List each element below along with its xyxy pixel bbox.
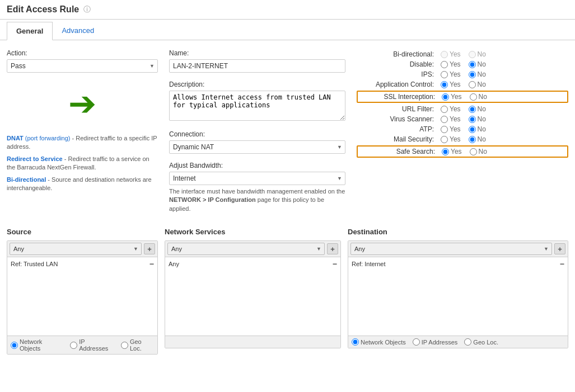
destination-geo-loc-radio[interactable] [464,338,471,346]
ssl-interception-no-radio[interactable] [470,93,477,101]
source-dropdown[interactable]: Any [10,243,142,255]
connection-select[interactable]: Dynamic NAT No NAT SNAT [169,140,345,154]
app-control-yes-option[interactable]: Yes [441,81,461,88]
disable-no-option[interactable]: No [469,60,486,68]
source-ip-addresses-option[interactable]: IP Addresses [70,338,114,352]
destination-add-button[interactable]: + [554,243,565,254]
destination-network-objects-option[interactable]: Network Objects [352,338,406,346]
network-services-panel: Network Services Any + Any − [165,228,341,355]
bidirectional-yes-option[interactable]: Yes [441,50,461,58]
name-label: Name: [169,49,345,57]
app-control-no-option[interactable]: No [469,81,486,88]
source-geo-loc-option[interactable]: Geo Loc. [121,338,154,352]
source-panel: Source Any + Ref: Trusted LAN − [7,228,158,355]
virus-scanner-no-radio[interactable] [469,116,476,123]
mail-security-no-radio[interactable] [469,136,476,143]
destination-geo-loc-option[interactable]: Geo Loc. [464,338,498,346]
virus-scanner-yes-option[interactable]: Yes [441,115,461,123]
page-title: Edit Access Rule [7,4,79,15]
description-group: Description: Allows Internet access from… [169,81,345,122]
destination-remove-button[interactable]: − [560,259,564,268]
network-services-title: Network Services [165,228,341,236]
ssl-interception-yes-option[interactable]: Yes [442,93,462,101]
atp-no-option[interactable]: No [469,125,486,133]
ssl-interception-yes-radio[interactable] [442,93,449,101]
source-add-button[interactable]: + [144,243,155,254]
ips-no-option[interactable]: No [469,70,486,78]
disable-yes-option[interactable]: Yes [441,60,461,68]
app-control-yes-radio[interactable] [441,81,448,88]
safe-search-no-option[interactable]: No [470,148,487,155]
bidirectional-yes-radio[interactable] [441,51,448,58]
source-network-objects-option[interactable]: Network Objects [11,338,63,352]
bidirectional-no-radio[interactable] [469,51,476,58]
destination-dropdown[interactable]: Any [350,243,552,255]
safe-search-label: Safe Search: [358,148,442,155]
mail-security-yes-option[interactable]: Yes [441,135,461,143]
source-box: Any + Ref: Trusted LAN − Network Objects [7,240,158,355]
action-column: Action: Pass Block Deny ➔ DNAT (port for… [7,49,158,221]
virus-scanner-row: Virus Scanner: Yes No [357,114,568,124]
safe-search-yes-option[interactable]: Yes [442,148,462,155]
netsvc-remove-button[interactable]: − [333,259,337,268]
netsvc-dropdown[interactable]: Any [167,243,325,255]
disable-no-radio[interactable] [469,61,476,68]
safe-search-no-radio[interactable] [470,148,477,155]
url-filter-yes-option[interactable]: Yes [441,105,461,113]
source-body: Ref: Trusted LAN − [7,257,157,336]
ssl-interception-no-option[interactable]: No [470,93,487,101]
action-label: Action: [7,49,158,57]
tab-advanced[interactable]: Advanced [53,22,103,40]
disable-row: Disable: Yes No [357,59,568,69]
mail-security-no-option[interactable]: No [469,135,486,143]
virus-scanner-no-option[interactable]: No [469,115,486,123]
bidirectional-row: Bi-directional: Yes No [357,49,568,59]
atp-yes-option[interactable]: Yes [441,125,461,133]
netsvc-add-button[interactable]: + [327,243,338,254]
destination-ip-addresses-radio[interactable] [413,338,420,346]
name-input[interactable] [169,59,345,73]
bidirectional-no-option[interactable]: No [469,50,486,58]
bandwidth-select[interactable]: Internet LAN None [169,172,345,185]
url-filter-no-radio[interactable] [469,106,476,113]
atp-no-radio[interactable] [469,126,476,133]
ips-yes-option[interactable]: Yes [441,70,461,78]
action-select-wrapper: Pass Block Deny [7,59,158,73]
source-ip-addresses-radio[interactable] [70,342,77,349]
disable-yes-radio[interactable] [441,61,448,68]
ips-row: IPS: Yes No [357,69,568,79]
ips-no-radio[interactable] [469,71,476,78]
ssl-interception-radio-group: Yes No [442,93,487,101]
url-filter-no-option[interactable]: No [469,105,486,113]
connection-group: Connection: Dynamic NAT No NAT SNAT [169,130,345,154]
destination-item-text: Ref: Internet [352,261,386,267]
action-select[interactable]: Pass Block Deny [7,59,158,73]
source-title: Source [7,228,158,236]
url-filter-yes-radio[interactable] [441,106,448,113]
description-input[interactable]: Allows Internet access from trusted LAN … [169,91,345,121]
disable-label: Disable: [357,60,441,68]
safe-search-yes-radio[interactable] [442,148,449,155]
safe-search-row: Safe Search: Yes No [357,145,568,158]
virus-scanner-yes-radio[interactable] [441,116,448,123]
source-geo-loc-radio[interactable] [121,342,128,349]
netsvc-item-text: Any [169,261,179,267]
destination-network-objects-radio[interactable] [352,338,359,346]
bandwidth-label: Adjust Bandwidth: [169,162,345,169]
destination-ip-addresses-option[interactable]: IP Addresses [413,338,458,346]
app-control-row: Application Control: Yes No [357,79,568,89]
help-icon[interactable]: ⓘ [83,4,91,15]
netsvc-body: Any − [165,257,340,336]
mail-security-yes-radio[interactable] [441,136,448,143]
atp-label: ATP: [357,125,441,133]
tab-general[interactable]: General [7,22,53,40]
atp-yes-radio[interactable] [441,126,448,133]
netsvc-select-wrapper: Any [167,243,325,255]
source-network-objects-radio[interactable] [11,342,18,349]
tabs-bar: General Advanced [0,22,575,40]
ips-yes-radio[interactable] [441,71,448,78]
source-remove-button[interactable]: − [149,259,154,268]
name-column: Name: Description: Allows Internet acces… [169,49,345,221]
list-item: Any − [165,257,340,271]
app-control-no-radio[interactable] [469,81,476,88]
